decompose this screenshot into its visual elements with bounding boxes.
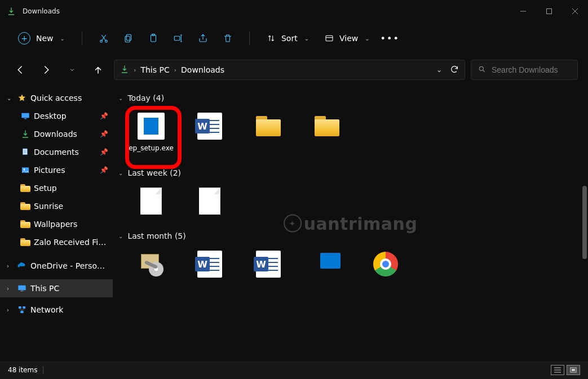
pin-icon: 📌 — [100, 148, 108, 156]
pin-icon: 📌 — [100, 166, 108, 174]
svg-rect-17 — [19, 306, 21, 309]
rename-button[interactable] — [167, 27, 189, 50]
pin-icon: 📌 — [100, 130, 108, 138]
group-header-today[interactable]: ⌄ Today (4) — [118, 90, 582, 106]
group-header-last-month[interactable]: ⌄ Last month (5) — [118, 228, 582, 244]
search-box[interactable] — [471, 60, 578, 80]
chevron-down-icon: ⌄ — [118, 95, 123, 101]
group-header-last-week[interactable]: ⌄ Last week (2) — [118, 165, 582, 181]
svg-rect-21 — [572, 369, 575, 371]
sidebar-label: Quick access — [30, 93, 108, 102]
status-bar: 48 items — [0, 361, 588, 379]
folder-item[interactable] — [304, 112, 350, 153]
details-view-button[interactable] — [567, 365, 580, 375]
search-icon — [478, 65, 486, 75]
list-view-button[interactable] — [551, 365, 564, 375]
app-icon — [7, 7, 16, 16]
downloads-icon — [20, 129, 30, 139]
sidebar-item-network[interactable]: › Network — [0, 301, 113, 319]
status-divider — [43, 366, 43, 374]
file-name: ep_setup.exe — [129, 144, 174, 153]
share-button[interactable] — [192, 27, 214, 50]
sidebar-label: Pictures — [34, 166, 96, 175]
word-icon: W — [195, 112, 224, 141]
sidebar-item-sunrise[interactable]: Sunrise — [0, 197, 113, 215]
sidebar-item-zalo[interactable]: Zalo Received Files — [0, 233, 113, 251]
search-input[interactable] — [492, 65, 588, 74]
delete-button[interactable] — [216, 27, 239, 50]
sidebar-item-onedrive[interactable]: › OneDrive - Personal — [0, 257, 113, 275]
chevron-down-icon[interactable]: ⌄ — [436, 66, 442, 74]
svg-rect-11 — [24, 118, 26, 119]
sidebar-label: OneDrive - Personal — [30, 261, 108, 270]
sidebar-item-pictures[interactable]: Pictures 📌 — [0, 161, 113, 179]
sidebar-label: Downloads — [34, 130, 96, 139]
scrollbar[interactable] — [582, 186, 587, 259]
word-icon: W — [254, 249, 283, 279]
svg-rect-0 — [547, 9, 552, 14]
file-chrome[interactable] — [363, 249, 408, 279]
view-toggles — [551, 365, 580, 375]
svg-rect-10 — [21, 113, 29, 118]
folder-icon — [20, 219, 30, 229]
address-row: › This PC › Downloads ⌄ — [0, 54, 588, 86]
sidebar-item-desktop[interactable]: Desktop 📌 — [0, 107, 113, 125]
view-button[interactable]: View ⌄ — [318, 27, 377, 50]
folder-icon — [20, 201, 30, 211]
file-item[interactable] — [187, 186, 232, 216]
refresh-button[interactable] — [450, 65, 459, 75]
svg-rect-18 — [23, 306, 25, 309]
svg-rect-8 — [326, 35, 333, 41]
cut-button[interactable] — [92, 27, 115, 50]
chevron-down-icon: ⌄ — [7, 95, 14, 101]
group-header-label: Last week (2) — [127, 168, 181, 177]
file-item[interactable] — [129, 186, 174, 216]
sort-button[interactable]: Sort ⌄ — [260, 27, 316, 50]
breadcrumb-this-pc[interactable]: This PC — [140, 65, 169, 74]
copy-button[interactable] — [117, 27, 140, 50]
file-ep-setup[interactable]: ep_setup.exe — [129, 112, 174, 153]
sidebar-label: Documents — [34, 148, 96, 157]
word-icon: W — [195, 249, 224, 279]
file-word-doc[interactable]: W — [246, 249, 291, 279]
svg-rect-15 — [18, 286, 25, 291]
sidebar-label: This PC — [30, 284, 108, 293]
back-button[interactable] — [10, 60, 30, 80]
toolbar-separator — [249, 32, 250, 45]
chevron-right-icon: › — [134, 66, 136, 74]
close-button[interactable] — [562, 0, 588, 23]
file-word-doc[interactable]: W — [187, 249, 232, 279]
file-word-doc[interactable]: W — [187, 112, 232, 153]
sidebar-item-documents[interactable]: Documents 📌 — [0, 143, 113, 161]
window-controls — [510, 0, 588, 23]
forward-button[interactable] — [36, 60, 56, 80]
minimize-button[interactable] — [510, 0, 536, 23]
sidebar-item-downloads[interactable]: Downloads 📌 — [0, 125, 113, 143]
file-disc-image[interactable] — [304, 249, 350, 279]
new-label: New — [36, 34, 54, 43]
file-installer[interactable] — [129, 249, 174, 279]
disc-icon — [312, 249, 342, 279]
sidebar-item-this-pc[interactable]: › This PC — [0, 279, 113, 297]
group-header-label: Last month (5) — [127, 231, 185, 240]
paste-button[interactable] — [142, 27, 165, 50]
overflow-button[interactable]: ••• — [379, 27, 401, 50]
chevron-down-icon: ⌄ — [365, 35, 369, 42]
chevron-right-icon: › — [7, 263, 14, 269]
breadcrumb-downloads[interactable]: Downloads — [181, 65, 224, 74]
folder-item[interactable] — [246, 112, 291, 153]
sidebar-item-setup[interactable]: Setup — [0, 179, 113, 197]
file-icon — [136, 186, 166, 216]
sidebar-item-wallpapers[interactable]: Wallpapers — [0, 215, 113, 233]
documents-icon — [20, 147, 30, 157]
svg-point-14 — [24, 168, 25, 170]
folder-icon — [20, 237, 30, 247]
new-button[interactable]: + New ⌄ — [11, 29, 72, 48]
up-button[interactable] — [88, 60, 108, 80]
address-bar[interactable]: › This PC › Downloads ⌄ — [114, 60, 465, 80]
recent-locations-button[interactable] — [62, 60, 82, 80]
sidebar-item-quick-access[interactable]: ⌄ Quick access — [0, 89, 113, 107]
sidebar-label: Network — [30, 305, 108, 314]
maximize-button[interactable] — [536, 0, 562, 23]
folder-icon — [254, 112, 283, 141]
